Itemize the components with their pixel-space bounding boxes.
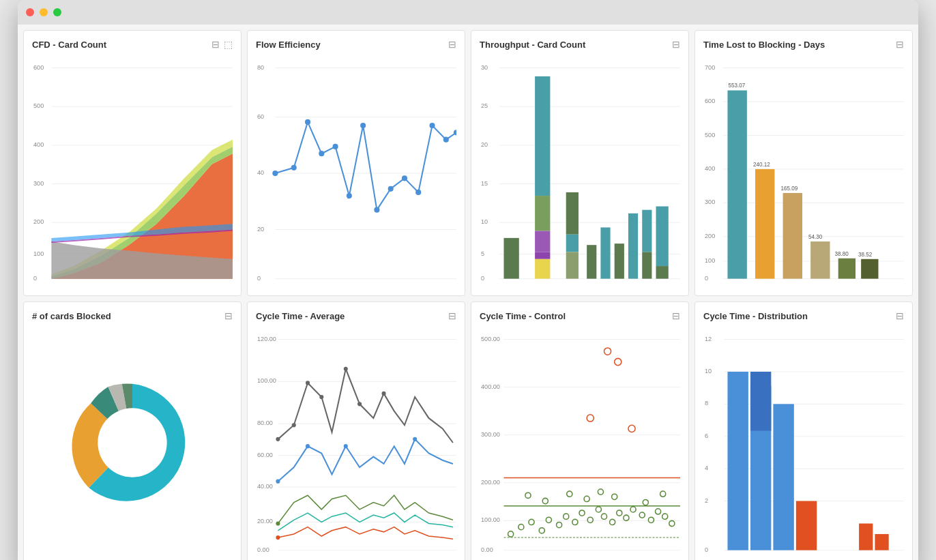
card-actions-cfd: ⊟ ⬚ [211, 39, 233, 50]
svg-point-171 [542, 498, 548, 503]
svg-point-40 [415, 190, 421, 195]
chart-cycle-control: 500.00 400.00 300.00 200.00 100.00 0.00 [480, 327, 680, 559]
card-actions-time-lost: ⊟ [896, 39, 904, 50]
chart-cycle-avg: 120.00 100.00 80.00 60.00 40.00 20.00 0.… [256, 327, 456, 559]
svg-rect-66 [566, 252, 579, 278]
card-blocked: # of cards Blocked ⊟ [23, 301, 242, 560]
svg-text:30: 30 [481, 64, 488, 71]
svg-text:20: 20 [481, 141, 488, 148]
svg-point-173 [584, 496, 589, 501]
svg-text:100.00: 100.00 [481, 516, 500, 523]
svg-point-168 [662, 514, 668, 519]
filter-icon-time-lost[interactable]: ⊟ [896, 39, 904, 50]
filter-icon-flow[interactable]: ⊟ [448, 39, 456, 50]
svg-text:25: 25 [481, 102, 488, 109]
svg-point-121 [319, 395, 323, 399]
svg-point-103 [98, 408, 166, 477]
svg-text:20: 20 [257, 226, 264, 233]
svg-text:15: 15 [481, 180, 488, 187]
svg-rect-64 [566, 192, 579, 235]
svg-text:60.00: 60.00 [257, 452, 273, 458]
svg-point-33 [319, 151, 324, 156]
card-header-blocked: # of cards Blocked ⊟ [32, 310, 233, 321]
svg-point-163 [624, 515, 629, 520]
card-header-cycle-control: Cycle Time - Control ⊟ [480, 310, 680, 321]
dashboard: CFD - Card Count ⊟ ⬚ 600 500 400 300 200… [18, 25, 918, 560]
close-button[interactable] [26, 8, 34, 16]
svg-rect-93 [755, 169, 774, 279]
svg-point-169 [669, 520, 675, 526]
svg-point-146 [628, 425, 635, 432]
maximize-button[interactable] [53, 8, 61, 16]
svg-point-30 [272, 171, 278, 176]
svg-rect-60 [535, 196, 550, 231]
filter-icon-cycle-avg[interactable]: ⊟ [448, 310, 456, 321]
card-title-time-lost: Time Lost to Blocking - Days [703, 40, 825, 50]
svg-rect-91 [727, 91, 746, 279]
svg-point-127 [344, 444, 348, 448]
title-bar [18, 0, 918, 25]
svg-text:700: 700 [705, 64, 715, 71]
svg-text:600: 600 [705, 98, 715, 104]
svg-rect-58 [503, 238, 518, 279]
svg-rect-61 [535, 231, 550, 252]
svg-point-152 [539, 528, 544, 533]
svg-text:0: 0 [33, 275, 37, 282]
svg-point-144 [615, 358, 621, 365]
card-title-cycle-avg: Cycle Time - Average [256, 311, 345, 321]
svg-point-165 [639, 512, 645, 518]
svg-point-37 [374, 207, 379, 213]
svg-rect-99 [838, 259, 855, 279]
svg-text:553.07: 553.07 [728, 83, 745, 89]
card-title-blocked: # of cards Blocked [32, 311, 111, 321]
card-cycle-control: Cycle Time - Control ⊟ 500.00 400.00 300… [471, 301, 689, 560]
svg-text:8: 8 [705, 400, 708, 407]
card-cfd: CFD - Card Count ⊟ ⬚ 600 500 400 300 200… [23, 30, 242, 296]
svg-rect-193 [727, 372, 748, 550]
chart-cfd: 600 500 400 300 200 100 0 [32, 55, 233, 287]
card-header-cycle-dist: Cycle Time - Distribution ⊟ [703, 310, 904, 321]
filter-icon-blocked[interactable]: ⊟ [224, 310, 233, 321]
svg-rect-62 [535, 252, 550, 259]
card-title-cycle-dist: Cycle Time - Distribution [703, 311, 808, 321]
filter-icon-cycle-dist[interactable]: ⊟ [896, 310, 904, 321]
svg-rect-74 [656, 266, 669, 279]
svg-rect-67 [587, 245, 596, 278]
svg-text:0: 0 [257, 275, 261, 282]
svg-rect-101 [861, 259, 878, 279]
svg-text:10: 10 [705, 368, 712, 374]
svg-rect-97 [810, 241, 830, 279]
card-header-cycle-avg: Cycle Time - Average ⊟ [256, 310, 456, 321]
card-time-lost: Time Lost to Blocking - Days ⊟ 700 600 5… [694, 30, 913, 296]
svg-point-125 [276, 480, 280, 484]
svg-point-162 [617, 510, 622, 516]
svg-text:0.00: 0.00 [257, 546, 269, 553]
export-icon-cfd[interactable]: ⬚ [224, 39, 233, 50]
svg-text:200: 200 [705, 233, 715, 239]
svg-text:200: 200 [33, 218, 44, 225]
svg-text:80: 80 [257, 64, 264, 71]
svg-text:2: 2 [705, 497, 708, 504]
card-actions-flow: ⊟ [448, 39, 456, 50]
svg-point-145 [587, 415, 594, 422]
svg-text:4: 4 [705, 465, 708, 471]
minimize-button[interactable] [40, 8, 48, 16]
svg-point-143 [604, 348, 611, 355]
svg-text:300: 300 [33, 180, 44, 187]
filter-icon-cycle-control[interactable]: ⊟ [672, 310, 680, 321]
card-title-throughput: Throughput - Card Count [480, 40, 585, 50]
filter-icon-cfd[interactable]: ⊟ [211, 39, 220, 50]
svg-rect-72 [642, 252, 652, 278]
svg-point-164 [630, 507, 636, 512]
svg-point-128 [413, 437, 417, 441]
svg-text:400: 400 [33, 141, 44, 148]
svg-text:500: 500 [705, 131, 715, 138]
svg-point-36 [360, 123, 366, 128]
chart-cycle-dist: 12 10 8 6 4 2 0 [703, 327, 904, 559]
svg-point-161 [610, 519, 615, 525]
filter-icon-throughput[interactable]: ⊟ [672, 39, 680, 50]
card-throughput: Throughput - Card Count ⊟ 30 25 20 15 10… [471, 30, 689, 296]
card-header-time-lost: Time Lost to Blocking - Days ⊟ [703, 39, 904, 50]
svg-rect-197 [859, 523, 873, 550]
svg-text:38.80: 38.80 [835, 251, 849, 257]
